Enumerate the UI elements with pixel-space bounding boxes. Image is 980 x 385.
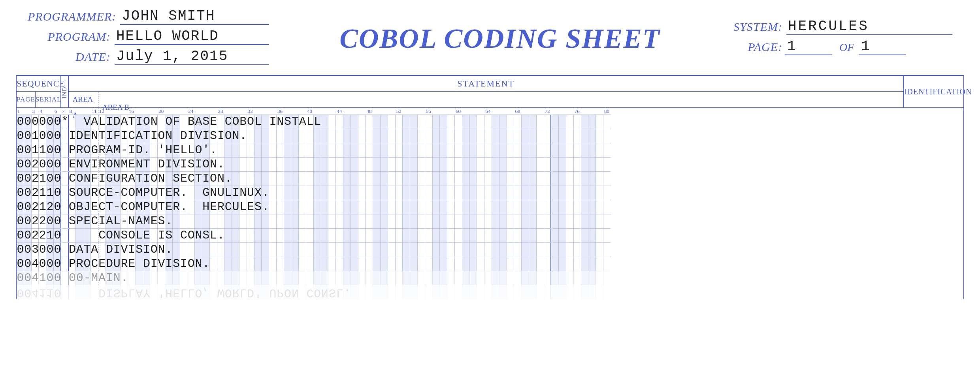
cell: P (143, 200, 151, 214)
cell (596, 186, 603, 200)
cell (366, 214, 373, 228)
cell (61, 214, 69, 228)
cell: N (210, 186, 217, 200)
cell: 0 (54, 143, 61, 157)
cell (291, 157, 299, 171)
cell (581, 271, 589, 285)
cell (507, 186, 514, 200)
cell (574, 157, 581, 171)
cell: S (69, 186, 76, 200)
cell (484, 214, 492, 228)
cell (596, 143, 603, 157)
cell: 0 (69, 271, 76, 285)
cell (574, 271, 581, 285)
cell (537, 200, 544, 214)
cell (83, 285, 91, 299)
cell: E (165, 186, 173, 200)
code-row: 003000DATADIVISION. (17, 242, 963, 257)
cell: . (121, 271, 128, 285)
cell (433, 271, 440, 285)
ruler-col-9 (76, 108, 83, 115)
cell (455, 271, 462, 285)
cell (76, 285, 83, 299)
cell: L (224, 186, 232, 200)
cell (224, 157, 232, 171)
cell (396, 129, 403, 143)
cell (254, 242, 262, 257)
cobol-coding-sheet: PROGRAMMER: JOHN SMITH PROGRAM: HELLO WO… (0, 0, 980, 385)
cell: A (136, 285, 143, 299)
cell (492, 115, 499, 129)
ruler-col-40: 40 (306, 108, 314, 115)
ruler-col-31 (239, 108, 247, 115)
cell (418, 285, 425, 299)
cell (425, 171, 433, 186)
cell (321, 143, 329, 157)
cell: . (262, 186, 269, 200)
cell: D (158, 157, 165, 171)
cell (410, 157, 418, 171)
cell: N (217, 171, 225, 186)
ruler-col-59 (447, 108, 455, 115)
cell (262, 115, 269, 129)
cell (351, 186, 358, 200)
cell (425, 271, 433, 285)
cell: 0 (54, 257, 61, 271)
cell (537, 228, 544, 242)
cell: 0 (46, 157, 54, 171)
coding-grid: SEQUENCE PAGE SERIAL IND. STATEMENT AREA… (16, 75, 964, 299)
of-number: 1 (859, 38, 906, 55)
cell (351, 115, 358, 129)
cell: D (136, 143, 143, 157)
cell: I (128, 143, 136, 157)
cell: 2 (32, 186, 39, 200)
cell: I (158, 228, 165, 242)
cell: 0 (46, 143, 54, 157)
cell (306, 129, 314, 143)
ruler-col-21 (165, 108, 173, 115)
cell: L (128, 285, 136, 299)
cell (499, 171, 507, 186)
cell (514, 214, 522, 228)
cell: 0 (17, 129, 24, 143)
cell (462, 171, 470, 186)
cell: T (195, 171, 202, 186)
cell (388, 228, 396, 242)
cell (596, 129, 603, 143)
cell: B (187, 115, 195, 129)
cell (254, 171, 262, 186)
cell (477, 271, 484, 285)
serial-subheader: SERIAL (36, 92, 62, 107)
cell (180, 271, 188, 285)
ruler-col-25 (195, 108, 202, 115)
cell (544, 143, 552, 157)
cell (321, 186, 329, 200)
cell: E (173, 143, 180, 157)
cell (388, 129, 396, 143)
cell (396, 115, 403, 129)
cell (559, 242, 566, 257)
code-row: 002100CONFIGURATIONSECTION. (17, 171, 963, 186)
cell: M (143, 214, 151, 228)
cell: 0 (24, 186, 32, 200)
cell (358, 115, 366, 129)
cell (455, 157, 462, 171)
cell: 0 (54, 228, 61, 242)
cell: - (113, 200, 121, 214)
cell (522, 157, 529, 171)
cell: I (269, 115, 277, 129)
cell (381, 200, 388, 214)
cell (484, 129, 492, 143)
cell: A (299, 115, 306, 129)
cell (291, 171, 299, 186)
cell (507, 200, 514, 214)
cell (477, 115, 484, 129)
cell: G (106, 171, 113, 186)
cell (455, 257, 462, 271)
cell (388, 214, 396, 228)
cell (588, 257, 596, 271)
cell: 2 (39, 214, 46, 228)
cell (529, 242, 537, 257)
cell (336, 186, 343, 200)
cell: D (113, 115, 121, 129)
